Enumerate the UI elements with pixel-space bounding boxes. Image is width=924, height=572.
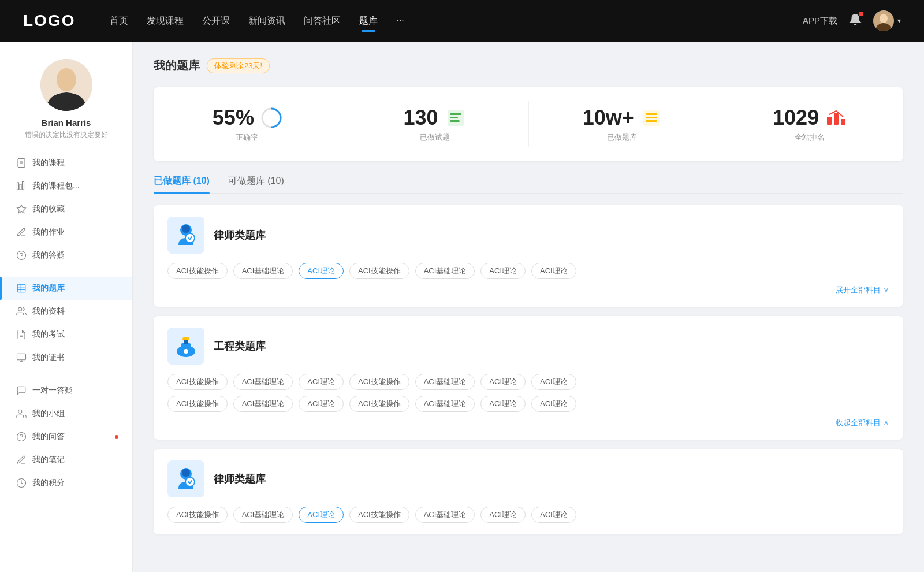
tag[interactable]: ACI基础理论 (415, 396, 475, 412)
stat-done-number: 130 (404, 106, 438, 130)
sidebar-label: 我的收藏 (32, 204, 65, 214)
tag[interactable]: ACI基础理论 (415, 507, 475, 523)
qbank-icon-engineering (167, 328, 204, 365)
tag[interactable]: ACI技能操作 (167, 396, 228, 412)
sidebar-item-coursepack[interactable]: 我的课程包... (0, 174, 132, 198)
svg-point-41 (185, 233, 195, 243)
tag[interactable]: ACI技能操作 (167, 507, 228, 523)
nav-discover[interactable]: 发现课程 (147, 13, 184, 29)
nav-questionbank[interactable]: 题库 (359, 13, 378, 29)
sidebar-user-name: Brian Harris (42, 118, 91, 128)
svg-point-4 (57, 68, 76, 91)
sidebar-item-exam[interactable]: 我的考试 (0, 323, 132, 346)
sidebar-label: 我的题库 (32, 283, 65, 294)
nav-qa[interactable]: 问答社区 (304, 13, 341, 29)
sidebar-item-myquestion[interactable]: 我的问答 (0, 425, 132, 448)
sidebar-label: 我的作业 (32, 227, 65, 237)
list-icon (445, 107, 466, 128)
stat-done-questions: 130 已做试题 (341, 101, 529, 147)
tag[interactable]: ACI理论 (531, 263, 576, 279)
expand-button-lawyer[interactable]: 展开全部科目 ∨ (167, 285, 889, 295)
tag[interactable]: ACI基础理论 (415, 263, 475, 279)
tag[interactable]: ACI理论 (299, 374, 344, 390)
sidebar-label: 我的小组 (32, 408, 65, 419)
layout: Brian Harris 错误的决定比没有决定要好 我的课程 我的课程包... … (0, 42, 924, 572)
sidebar-label: 我的课程 (32, 158, 65, 168)
tag[interactable]: ACI技能操作 (349, 396, 409, 412)
stat-banks-number: 10w+ (583, 106, 634, 130)
tag[interactable]: ACI理论 (480, 263, 526, 279)
tab-available-banks[interactable]: 可做题库 (10) (228, 175, 284, 193)
nav-open-course[interactable]: 公开课 (202, 13, 230, 29)
tag[interactable]: ACI理论 (531, 374, 576, 390)
tag-active[interactable]: ACI理论 (299, 263, 344, 279)
nav-news[interactable]: 新闻资讯 (248, 13, 285, 29)
svg-point-46 (184, 349, 188, 354)
svg-rect-37 (834, 113, 839, 125)
sidebar-divider (0, 272, 132, 272)
svg-rect-36 (827, 117, 832, 125)
qbank-section-engineering: 工程类题库 ACI技能操作 ACI基础理论 ACI理论 ACI技能操作 ACI基… (154, 316, 903, 440)
tag[interactable]: ACI技能操作 (167, 263, 228, 279)
nav-links: 首页 发现课程 公开课 新闻资讯 问答社区 题库 ··· (110, 13, 803, 29)
tag[interactable]: ACI理论 (480, 396, 526, 412)
tag[interactable]: ACI基础理论 (233, 263, 293, 279)
svg-rect-11 (23, 182, 24, 190)
svg-point-19 (18, 307, 22, 311)
svg-rect-22 (17, 354, 26, 360)
stat-rank-label: 全站排名 (795, 132, 825, 143)
tag[interactable]: ACI理论 (531, 396, 576, 412)
qbank-header: 律师类题库 (167, 217, 889, 254)
qbank-title-engineering: 工程类题库 (214, 339, 266, 353)
sidebar-item-mydata[interactable]: 我的资料 (0, 300, 132, 323)
svg-marker-12 (17, 205, 26, 213)
nav-home[interactable]: 首页 (110, 13, 128, 29)
nav-more[interactable]: ··· (396, 13, 404, 29)
svg-point-40 (182, 225, 190, 233)
qbank-icon-lawyer2 (167, 460, 204, 497)
notification-bell[interactable] (849, 13, 862, 28)
tag[interactable]: ACI理论 (299, 396, 344, 412)
sidebar-item-homework[interactable]: 我的作业 (0, 221, 132, 244)
sidebar-item-questionbank[interactable]: 我的题库 (0, 277, 132, 300)
tag[interactable]: ACI理论 (531, 507, 576, 523)
sidebar-item-favorites[interactable]: 我的收藏 (0, 198, 132, 221)
svg-rect-9 (17, 183, 19, 190)
notification-badge (859, 12, 863, 16)
sidebar-item-points[interactable]: 我的积分 (0, 471, 132, 495)
tag[interactable]: ACI技能操作 (349, 263, 409, 279)
tag[interactable]: ACI技能操作 (167, 374, 228, 390)
sidebar-item-certificate[interactable]: 我的证书 (0, 346, 132, 369)
stat-accuracy: 55% 正确率 (154, 101, 341, 147)
svg-point-1 (880, 14, 888, 23)
tag[interactable]: ACI基础理论 (415, 374, 475, 390)
tag[interactable]: ACI基础理论 (233, 374, 293, 390)
qbank-title-lawyer2: 律师类题库 (214, 472, 266, 486)
user-avatar-wrap[interactable]: ▾ (873, 10, 901, 31)
sidebar-item-onetoone[interactable]: 一对一答疑 (0, 379, 132, 402)
stat-ranking: 1029 全站排名 (716, 101, 903, 147)
sidebar-item-group[interactable]: 我的小组 (0, 402, 132, 425)
user-avatar (873, 10, 894, 31)
tag[interactable]: ACI技能操作 (349, 507, 409, 523)
svg-point-49 (185, 477, 195, 486)
svg-rect-10 (20, 184, 21, 190)
tag[interactable]: ACI基础理论 (233, 396, 293, 412)
svg-point-23 (18, 410, 22, 413)
sidebar-menu: 我的课程 我的课程包... 我的收藏 我的作业 我的答疑 我的题 (0, 151, 132, 495)
tag-active[interactable]: ACI理论 (299, 507, 344, 523)
tab-done-banks[interactable]: 已做题库 (10) (154, 175, 210, 193)
app-download-link[interactable]: APP下载 (803, 16, 837, 27)
tag[interactable]: ACI理论 (480, 507, 526, 523)
collapse-button-engineering[interactable]: 收起全部科目 ∧ (167, 418, 889, 428)
sidebar-label: 我的问答 (32, 432, 65, 442)
sidebar-label: 我的考试 (32, 329, 65, 340)
tag[interactable]: ACI技能操作 (349, 374, 409, 390)
tag[interactable]: ACI理论 (480, 374, 526, 390)
sidebar-item-mycourse[interactable]: 我的课程 (0, 151, 132, 174)
sidebar-label: 一对一答疑 (32, 385, 73, 396)
tag[interactable]: ACI基础理论 (233, 507, 293, 523)
sidebar-item-qa[interactable]: 我的答疑 (0, 244, 132, 267)
sidebar-item-notes[interactable]: 我的笔记 (0, 448, 132, 471)
topnav: LOGO 首页 发现课程 公开课 新闻资讯 问答社区 题库 ··· APP下载 … (0, 0, 924, 42)
